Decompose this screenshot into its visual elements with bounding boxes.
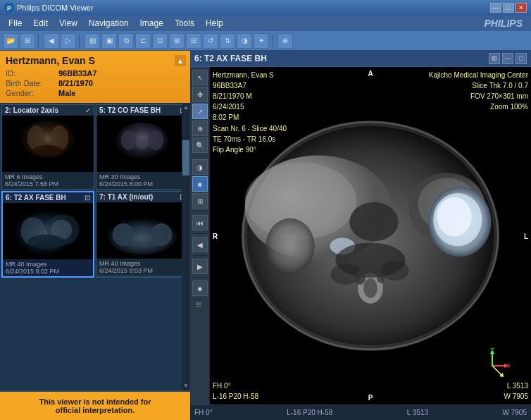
scroll-up[interactable]: ▲: [183, 103, 189, 112]
series-2-title: 2: Locator 2axis: [5, 106, 58, 114]
menu-navigation[interactable]: Navigation: [83, 17, 135, 30]
series-item-2[interactable]: 2: Locator 2axis ✓: [1, 104, 94, 190]
tool-contrast[interactable]: ◑: [192, 159, 208, 175]
dob-label: Birth Date:: [6, 79, 58, 87]
dob-value: 8/21/1970: [58, 79, 93, 87]
menu-help[interactable]: Help: [200, 17, 229, 30]
side-sep-6: [193, 299, 207, 299]
svg-point-39: [381, 261, 409, 280]
series-2-modality: MR 6 Images: [5, 173, 91, 180]
patient-name: Hertzmann, Evan S: [6, 55, 185, 66]
status-bar: FH 0° L-16 P20 H-58 L 3513 W 7905: [190, 404, 531, 420]
tb-prev[interactable]: ◀: [44, 33, 59, 49]
axis-indicator: A R: [475, 348, 510, 383]
series-5-thumb: [96, 116, 188, 172]
tool-color[interactable]: ■: [192, 176, 208, 192]
series-scrollbar: ▲ ▼: [182, 103, 190, 390]
menu-view[interactable]: View: [54, 17, 83, 30]
tb-rotate[interactable]: ↺: [203, 33, 218, 49]
viewer-title: 6: T2 AX FASE BH: [194, 54, 267, 63]
menu-tools[interactable]: Tools: [169, 17, 200, 30]
tool-wl[interactable]: ⊕: [192, 121, 208, 136]
series-7-meta: MR 40 Images 6/24/2015 8:03 PM: [96, 259, 188, 276]
tb-copy[interactable]: ⧉: [118, 33, 134, 49]
mri-main-image: Hertzmann, Evan S 96BB33A7 8/21/1970 M 6…: [210, 67, 531, 404]
menu-file[interactable]: File: [3, 17, 27, 30]
tool-stop[interactable]: ■: [192, 280, 208, 296]
title-bar-controls: — □ ✕: [490, 3, 527, 13]
tb-extra[interactable]: ✦: [254, 33, 269, 49]
svg-point-9: [121, 130, 137, 150]
scroll-down[interactable]: ▼: [183, 381, 189, 390]
series-6-date: 6/24/2015 8:02 PM: [6, 268, 90, 275]
tb-layout1[interactable]: ⊡: [152, 33, 168, 49]
series-item-7[interactable]: 7: T1 AX (in/out) ⊡: [96, 191, 189, 278]
svg-text:A: A: [490, 348, 494, 351]
viewer-wrapper: ↖ ✥ ↗ ⊕ 🔍 ◑ ■ ⊞ ⏮ ◀ ▶ ■ |||: [190, 67, 531, 404]
viewer-body[interactable]: Hertzmann, Evan S 96BB33A7 8/21/1970 M 6…: [210, 67, 531, 404]
series-7-title: 7: T1 AX (in/out): [99, 193, 153, 201]
viewer-max-btn[interactable]: □: [516, 53, 527, 64]
svg-point-41: [377, 272, 385, 283]
series-7-header: 7: T1 AX (in/out) ⊡: [96, 192, 188, 202]
tool-pan[interactable]: ✥: [192, 87, 208, 102]
svg-point-30: [349, 202, 398, 242]
tb-series2[interactable]: ▣: [101, 33, 117, 49]
series-5-meta: MR 30 Images 6/24/2015 8:00 PM: [96, 172, 188, 189]
left-panel: Hertzmann, Evan S ▲ ID: 96BB33A7 Birth D…: [0, 51, 190, 420]
tool-play[interactable]: ▶: [192, 259, 208, 274]
menu-edit[interactable]: Edit: [27, 17, 54, 30]
patient-info-panel: Hertzmann, Evan S ▲ ID: 96BB33A7 Birth D…: [0, 51, 190, 103]
title-bar: P Philips DICOM Viewer — □ ✕: [0, 0, 531, 16]
tool-first[interactable]: ⏮: [192, 215, 208, 230]
tool-grid[interactable]: ⊞: [192, 193, 208, 209]
patient-dob-row: Birth Date: 8/21/1970: [6, 79, 185, 87]
tool-pointer[interactable]: ↗: [192, 104, 208, 119]
tb-open[interactable]: 📂: [3, 33, 18, 49]
svg-point-26: [363, 278, 377, 298]
svg-point-6: [32, 145, 63, 156]
gender-value: Male: [58, 89, 75, 97]
tb-layout3[interactable]: ⊟: [186, 33, 201, 49]
warning-line1: This viewer is not intended for: [6, 397, 185, 406]
series-item-5[interactable]: 5: T2 CO FASE BH ⊡: [96, 104, 189, 190]
svg-rect-22: [115, 228, 169, 245]
toolbar: 📂 ⊞ ◀ ▷ ▤ ▣ ⧉ ⊏ ⊡ ⊞ ⊟ ↺ ⇅ ◑ ✦ ⊕: [0, 31, 531, 51]
tool-prev[interactable]: ◀: [192, 237, 208, 252]
viewer-min-btn[interactable]: —: [502, 53, 513, 64]
series-7-thumb: [96, 202, 188, 259]
tool-cursor[interactable]: ↖: [192, 70, 208, 85]
tb-series1[interactable]: ▤: [85, 33, 100, 49]
tb-measure[interactable]: ⊕: [277, 33, 293, 49]
svg-point-10: [149, 130, 164, 150]
tool-zoom[interactable]: 🔍: [192, 137, 208, 153]
tb-wl[interactable]: ◑: [237, 33, 252, 49]
patient-collapse-button[interactable]: ▲: [175, 55, 186, 66]
svg-text:R: R: [506, 363, 510, 369]
series-2-meta: MR 6 Images 6/24/2015 7:58 PM: [2, 172, 94, 189]
philips-icon: P: [4, 3, 14, 13]
svg-point-17: [27, 235, 65, 249]
svg-point-40: [354, 271, 366, 285]
tb-grid[interactable]: ⊞: [20, 33, 35, 49]
close-button[interactable]: ✕: [516, 3, 527, 13]
maximize-button[interactable]: □: [503, 3, 514, 13]
id-label: ID:: [6, 69, 58, 78]
tb-layout2[interactable]: ⊞: [169, 33, 185, 49]
series-7-modality: MR 40 Images: [99, 260, 185, 267]
tb-sep-1: [38, 34, 41, 48]
tb-next-a[interactable]: ▷: [61, 33, 76, 49]
series-item-6[interactable]: 6: T2 AX FASE BH ⊡: [1, 191, 94, 278]
series-2-thumb: [2, 116, 94, 172]
viewer-layout-btn[interactable]: ⊞: [489, 53, 500, 64]
menu-image[interactable]: Image: [135, 17, 169, 30]
minimize-button[interactable]: —: [490, 3, 501, 13]
series-5-modality: MR 30 Images: [99, 173, 185, 180]
viewer-header: 6: T2 AX FASE BH ⊞ — □: [190, 51, 531, 67]
scroll-thumb[interactable]: [182, 140, 189, 175]
orient-label-p: P: [368, 394, 373, 402]
status-fh: FH 0°: [194, 409, 213, 416]
series-7-image: [96, 202, 188, 259]
tb-export[interactable]: ⊏: [135, 33, 151, 49]
tb-flip[interactable]: ⇅: [220, 33, 235, 49]
